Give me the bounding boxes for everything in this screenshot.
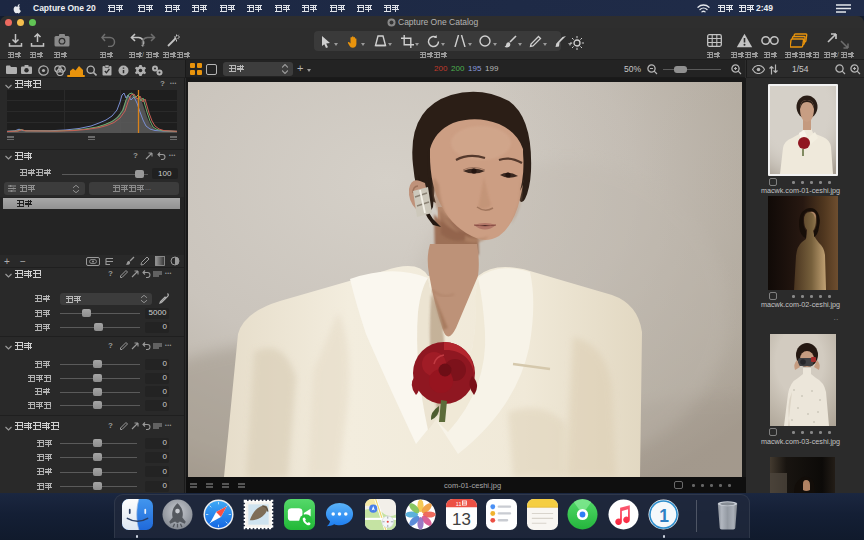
svg-text:1: 1 (659, 506, 669, 526)
svg-text:13: 13 (452, 510, 471, 529)
svg-text:11: 11 (456, 501, 462, 507)
